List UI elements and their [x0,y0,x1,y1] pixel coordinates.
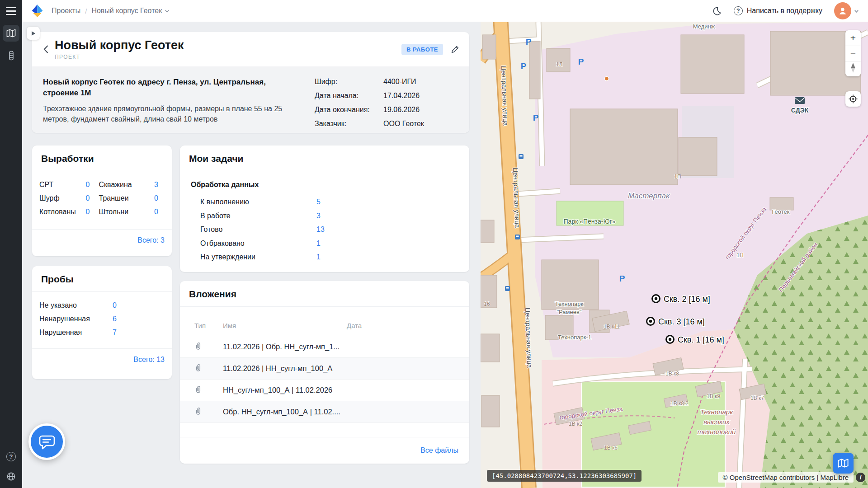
my-tasks-card: Мои задачи Обработка данных К выполнению… [180,145,469,272]
compass-button[interactable] [845,61,861,76]
hamburger-menu-icon[interactable] [6,7,16,17]
field-value: 4400-ИГИ [383,78,416,86]
stat-value: 0 [78,208,90,216]
samples-total: Всего: 13 [32,348,172,371]
chat-fab-button[interactable] [28,423,65,460]
workings-title: Выработки [32,145,172,171]
rail-language-button[interactable] [3,468,19,485]
map-canvas[interactable]: Центральная улицаЦентральная улицаЦентра… [481,22,868,488]
sample-label: Не указано [39,301,113,310]
task-status-count: 5 [316,198,321,206]
map-label: 1Н [736,252,743,258]
rail-help-button[interactable]: ? [3,448,19,465]
samples-card: Пробы Не указано 0 Ненарушенная 6 Наруше… [32,266,172,379]
task-status-row[interactable]: Готово 13 [180,223,469,237]
sample-row: Не указано 0 [32,299,172,312]
map-label: 1В к9 [707,393,720,399]
task-status-label: Отбраковано [200,239,316,248]
map-label: 1В к11 [604,324,620,330]
breadcrumb-projects[interactable]: Проекты [52,7,80,15]
map-label: Мастерпак [628,192,670,200]
dark-mode-toggle-icon[interactable] [712,6,722,16]
stat-label: Шурф [39,194,78,202]
all-files-link[interactable]: Все файлы [420,446,458,454]
map-layers-button[interactable] [833,453,854,474]
map-label: технологий [698,428,736,436]
project-info-panel: Новый корпус Геотек по адресу г. Пенза, … [32,66,469,133]
task-status-count: 1 [316,253,321,261]
paperclip-icon [194,407,223,418]
sidebar-item-core-samples[interactable] [3,47,19,64]
task-status-row[interactable]: Отбраковано 1 [180,237,469,251]
borehole-marker[interactable] [666,336,674,343]
stat-label: Штольни [99,208,147,216]
borehole-label: Скв. 2 [16 м] [664,295,710,304]
attachment-row[interactable]: 11.02.2026 | НН_сугл-мп_100_А [180,357,469,379]
attachment-name: НН_сугл-мп_100_А | 11.02.2026 [223,386,347,394]
attribution-info-button[interactable]: i [856,473,865,482]
attachments-table-header: Тип Имя Дата [180,307,469,336]
geolocate-icon [848,94,858,104]
edit-project-button[interactable] [450,45,460,54]
map-label: Парк «Пенза-Юг» [564,218,616,225]
chat-bubble-icon [38,434,56,450]
status-badge[interactable]: В РАБОТЕ [401,44,443,55]
app-logo[interactable] [30,4,44,18]
project-address: Новый корпус Геотек по адресу г. Пенза, … [43,77,296,99]
task-status-count: 3 [316,212,321,220]
borehole-marker[interactable] [652,295,660,303]
task-status-label: К выполнению [200,198,316,206]
breadcrumb-current-project[interactable]: Новый корпус Геотек [91,7,170,15]
attachments-title: Вложения [180,281,469,306]
tasks-title: Мои задачи [180,145,469,171]
pencil-icon [450,45,460,54]
borehole-marker[interactable] [647,318,655,325]
page-subtitle: ПРОЕКТ [55,54,184,60]
attachment-row[interactable]: Обр. НН_сугл-мп_100_А | 11.02.... [180,401,469,422]
sample-count: 7 [113,328,117,337]
sidebar-item-map[interactable] [3,25,19,42]
support-label: Написать в поддержку [747,7,822,15]
page-title: Новый корпус Геотек [55,38,184,52]
support-button[interactable]: ? Написать в поддержку [734,6,822,15]
map-label: 1Л [556,61,563,68]
sample-label: Нарушенная [39,328,113,337]
parking-icon: P [526,37,532,47]
task-status-row[interactable]: В работе 3 [180,209,469,223]
map-attribution[interactable]: © OpenStreetMap contributors | MapLibre [718,472,854,483]
globe-icon [6,472,16,481]
attachment-row[interactable]: 11.02.2026 | Обр. НН_сугл-мп_1... [180,336,469,357]
compass-icon [849,63,857,73]
map-label: 1П [674,174,681,180]
sidebar-expand-button[interactable] [27,27,40,40]
core-sample-icon [7,51,16,61]
task-status-row[interactable]: К выполнению 5 [180,195,469,209]
stat-value: 0 [146,208,158,216]
task-status-label: В работе [200,212,316,220]
project-field-row: Заказчик: ООО Геотек [315,120,458,128]
map-label: 1В к8.2 [670,400,689,407]
user-icon [838,6,848,16]
zoom-control: + − [845,30,861,76]
map-label: СДЭК [791,107,809,114]
poi-dot [605,77,609,81]
task-status-label: На утверждении [200,253,316,261]
project-field-row: Дата окончания: 19.06.2026 [315,106,458,114]
breadcrumb-current-label: Новый корпус Геотек [91,7,162,15]
project-description: Трехэтажное здание прямоугольной формы, … [43,103,296,124]
zoom-out-button[interactable]: − [845,46,861,61]
stat-label: СРТ [39,181,78,189]
user-menu[interactable] [834,2,859,19]
avatar [834,2,851,19]
column-date: Дата [347,322,469,329]
back-button[interactable] [40,44,51,55]
stat-value: 3 [146,181,158,189]
zoom-in-button[interactable]: + [845,30,861,46]
task-status-row[interactable]: На утверждении 1 [180,250,469,264]
attachments-footer: Все файлы [180,437,469,464]
geolocate-button[interactable] [845,91,861,107]
map-label: 1В к2 [569,421,582,427]
parking-icon: P [619,274,625,283]
attachment-row[interactable]: НН_сугл-мп_100_А | 11.02.2026 [180,379,469,401]
borehole-label: Скв. 3 [16 м] [658,317,705,326]
